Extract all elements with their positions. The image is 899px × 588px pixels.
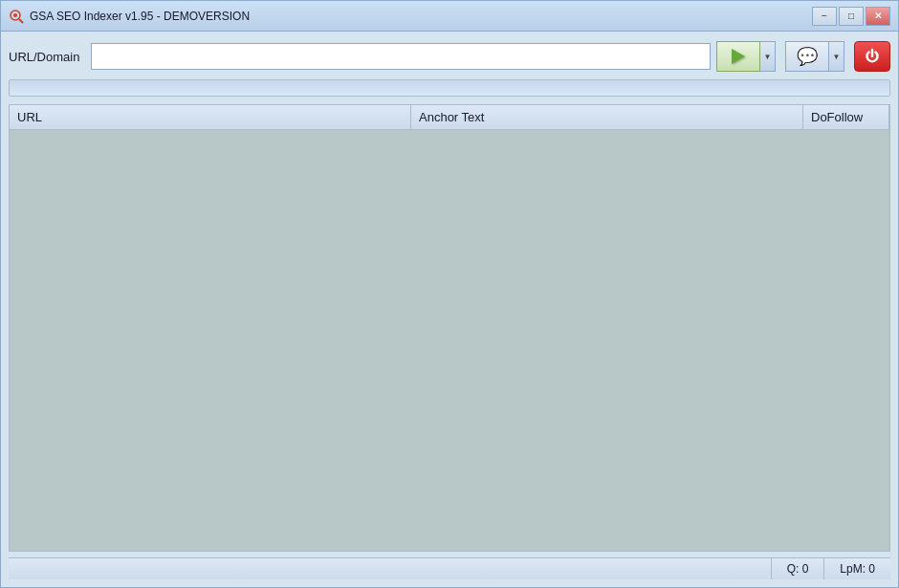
column-header-dofollow: DoFollow — [803, 105, 889, 129]
table-body — [10, 130, 889, 551]
close-button[interactable]: ✕ — [866, 7, 890, 26]
power-button[interactable] — [854, 41, 890, 72]
go-button[interactable] — [716, 41, 760, 72]
title-bar: GSA SEO Indexer v1.95 - DEMOVERSION − □ … — [1, 1, 898, 32]
url-row: URL/Domain ▼ 💬 ▼ — [9, 39, 890, 74]
help-button[interactable]: 💬 — [785, 41, 829, 72]
help-dropdown-button[interactable]: ▼ — [829, 41, 844, 72]
url-label: URL/Domain — [9, 50, 85, 64]
lpm-status: LpM: 0 — [823, 558, 890, 579]
svg-point-2 — [13, 13, 17, 17]
minimize-button[interactable]: − — [812, 7, 837, 26]
app-logo-icon — [9, 9, 24, 24]
status-bar: Q: 0 LpM: 0 — [9, 557, 890, 579]
go-button-group: ▼ — [716, 41, 776, 72]
window-controls: − □ ✕ — [812, 7, 890, 26]
column-header-anchor: Anchor Text — [411, 105, 803, 129]
svg-line-1 — [19, 19, 23, 23]
window-title: GSA SEO Indexer v1.95 - DEMOVERSION — [30, 10, 812, 23]
data-table: URL Anchor Text DoFollow — [9, 104, 890, 552]
go-dropdown-icon: ▼ — [764, 53, 772, 61]
progress-bar — [9, 79, 890, 97]
help-dropdown-icon: ▼ — [833, 53, 841, 61]
go-dropdown-button[interactable]: ▼ — [760, 41, 776, 72]
column-header-url: URL — [10, 105, 411, 129]
table-header: URL Anchor Text DoFollow — [10, 105, 889, 130]
power-icon — [863, 47, 882, 66]
maximize-button[interactable]: □ — [839, 7, 864, 26]
help-button-group: 💬 ▼ — [781, 41, 844, 72]
url-input[interactable] — [91, 43, 711, 70]
content-area: URL/Domain ▼ 💬 ▼ — [1, 32, 898, 587]
help-bubble-icon: 💬 — [797, 46, 818, 67]
main-window: GSA SEO Indexer v1.95 - DEMOVERSION − □ … — [0, 0, 899, 588]
queue-status: Q: 0 — [771, 558, 824, 579]
go-arrow-icon — [732, 49, 745, 64]
